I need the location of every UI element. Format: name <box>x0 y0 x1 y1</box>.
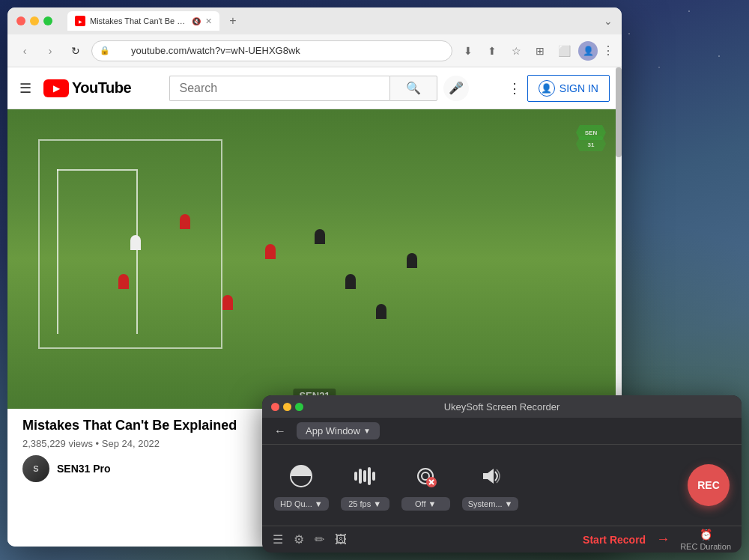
video-badge: SEN 31 <box>572 121 610 162</box>
player-red-4 <box>222 295 233 310</box>
audio-dropdown[interactable]: System... ▼ <box>462 497 519 511</box>
recorder-title: UkeySoft Screen Recorder <box>444 401 560 413</box>
image-icon[interactable]: 🖼 <box>335 533 347 547</box>
signin-avatar-icon: 👤 <box>539 80 555 97</box>
recorder-controls: HD Qu... ▼ 25 fps ▼ <box>262 445 742 526</box>
player-dark-3 <box>407 253 417 268</box>
download-icon[interactable]: ⬇ <box>458 41 478 61</box>
tab-mute-icon[interactable]: 🔇 <box>192 17 201 25</box>
minimize-button[interactable] <box>30 16 39 25</box>
new-tab-button[interactable]: + <box>224 12 242 30</box>
sign-in-label: SIGN IN <box>560 82 598 94</box>
svg-text:31: 31 <box>588 141 595 148</box>
quality-icon <box>285 460 318 493</box>
search-input[interactable] <box>169 76 389 101</box>
avatar-inner: S <box>22 455 49 482</box>
audio-icon <box>474 460 507 493</box>
camera-icon <box>409 460 442 493</box>
active-tab[interactable]: Mistakes That Can't Be Ex... 🔇 ✕ <box>67 11 219 31</box>
settings-icon[interactable]: ⚙ <box>294 532 304 547</box>
address-bar[interactable]: 🔒 youtube.com/watch?v=wN-UEHXG8wk <box>91 40 452 61</box>
bookmark-icon[interactable]: ☆ <box>506 41 526 61</box>
svg-rect-5 <box>363 470 366 482</box>
forward-button[interactable]: › <box>40 41 60 61</box>
recorder-bottom-bar: ☰ ⚙ ✏ 🖼 Start Record → ⏰ REC Duration <box>262 526 742 553</box>
fps-dropdown[interactable]: 25 fps ▼ <box>341 497 389 511</box>
recorder-close-button[interactable] <box>271 403 279 411</box>
header-dots-icon[interactable]: ⋮ <box>508 80 521 97</box>
player-red-1 <box>118 274 129 289</box>
recorder-max-button[interactable] <box>295 403 303 411</box>
search-button[interactable]: 🔍 <box>389 76 437 101</box>
youtube-header: ☰ YouTube 🔍 🎤 ⋮ 👤 SIGN IN <box>7 67 622 109</box>
header-right: ⋮ 👤 SIGN IN <box>508 75 610 102</box>
player-dark-2 <box>345 274 356 289</box>
channel-name: SEN31 Pro <box>57 463 111 475</box>
avatar-initials: S <box>33 464 38 473</box>
channel-avatar[interactable]: S <box>22 455 49 482</box>
back-button[interactable]: ‹ <box>15 41 34 61</box>
rec-duration-group: ⏰ REC Duration <box>680 529 731 551</box>
video-frame: SEN 31 SEN21 <box>7 109 622 409</box>
mode-label: App Window <box>306 425 360 436</box>
share-icon[interactable]: ⬆ <box>482 41 502 61</box>
camera-control-group: Off ▼ <box>401 460 450 511</box>
fps-chevron-icon: ▼ <box>373 499 381 508</box>
tab-close-icon[interactable]: ✕ <box>205 16 212 26</box>
recorder-traffic-lights <box>271 403 303 411</box>
recorder-back-button[interactable]: ← <box>271 422 289 440</box>
svg-marker-13 <box>483 469 494 484</box>
fps-icon <box>348 460 381 493</box>
fps-control-group: 25 fps ▼ <box>341 460 389 511</box>
url-text: youtube.com/watch?v=wN-UEHXG8wk <box>131 45 300 56</box>
recorder-mode-button[interactable]: App Window ▼ <box>297 422 380 439</box>
audio-control-group: System... ▼ <box>462 460 519 511</box>
refresh-button[interactable]: ↻ <box>66 41 85 61</box>
camera-chevron-icon: ▼ <box>428 499 436 508</box>
youtube-logo-icon <box>43 79 69 97</box>
traffic-lights <box>16 16 52 25</box>
lock-icon: 🔒 <box>100 46 110 55</box>
search-container: 🔍 🎤 <box>169 76 469 101</box>
edit-icon[interactable]: ✏ <box>315 532 324 547</box>
rec-label: REC <box>697 479 720 491</box>
camera-dropdown[interactable]: Off ▼ <box>401 497 450 511</box>
recorder-min-button[interactable] <box>283 403 291 411</box>
quality-dropdown[interactable]: HD Qu... ▼ <box>274 497 329 511</box>
browser-titlebar: Mistakes That Can't Be Ex... 🔇 ✕ + ⌄ <box>7 7 622 34</box>
player-dark-1 <box>315 229 325 244</box>
close-button[interactable] <box>16 16 25 25</box>
sidebar-icon[interactable]: ⬜ <box>554 41 574 61</box>
browser-addressbar: ‹ › ↻ 🔒 youtube.com/watch?v=wN-UEHXG8wk … <box>7 34 622 67</box>
list-icon[interactable]: ☰ <box>273 532 283 547</box>
quality-chevron-icon: ▼ <box>315 499 323 508</box>
audio-chevron-icon: ▼ <box>505 499 513 508</box>
hamburger-menu-button[interactable]: ☰ <box>19 80 31 97</box>
player-dark-4 <box>376 304 386 319</box>
start-record-label: Start Record <box>583 534 646 546</box>
video-player[interactable]: SEN 31 SEN21 <box>7 109 622 409</box>
maximize-button[interactable] <box>43 16 52 25</box>
audio-label: System... <box>468 499 503 508</box>
svg-rect-7 <box>372 472 375 481</box>
player-red-2 <box>180 214 190 229</box>
svg-rect-6 <box>368 467 371 485</box>
recorder-toolbar: ← App Window ▼ <box>262 418 742 445</box>
more-options-icon[interactable]: ⋮ <box>602 43 614 58</box>
tab-manager-icon[interactable]: ⊞ <box>530 41 550 61</box>
profile-icon[interactable]: 👤 <box>578 41 598 61</box>
record-button[interactable]: REC <box>688 464 730 506</box>
youtube-logo[interactable]: YouTube <box>43 79 131 97</box>
player-white-1 <box>130 235 141 250</box>
voice-search-button[interactable]: 🎤 <box>443 76 469 101</box>
start-record-arrow-icon: → <box>656 532 670 547</box>
player-red-3 <box>265 244 276 259</box>
duration-clock-icon: ⏰ <box>700 529 712 541</box>
quality-label: HD Qu... <box>280 499 312 508</box>
svg-text:SEN: SEN <box>585 130 598 136</box>
sign-in-button[interactable]: 👤 SIGN IN <box>527 75 610 102</box>
rec-duration-label: REC Duration <box>680 542 731 551</box>
svg-rect-3 <box>354 472 357 481</box>
recorder-panel: UkeySoft Screen Recorder ← App Window ▼ … <box>262 395 742 553</box>
scrollbar-thumb[interactable] <box>616 67 622 157</box>
